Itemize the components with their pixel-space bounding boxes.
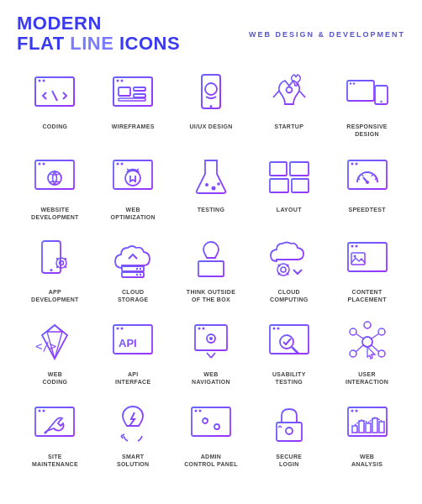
svg-point-169 (350, 350, 356, 357)
icon-label-webcoding: WEBCODING (42, 370, 67, 386)
svg-rect-57 (270, 162, 287, 176)
svg-rect-210 (366, 423, 371, 433)
icon-webanalysis: WEBANALYSIS (329, 392, 405, 471)
svg-point-37 (43, 162, 45, 165)
title-block: MODERN FLAT LINE ICONS (17, 13, 180, 54)
main-title: MODERN FLAT LINE ICONS (17, 13, 180, 54)
svg-rect-128 (351, 253, 365, 265)
svg-rect-13 (119, 87, 130, 96)
svg-point-33 (380, 101, 382, 102)
svg-line-174 (356, 345, 363, 352)
icon-websitedev: WEBSITEDEVELOPMENT (17, 145, 93, 224)
icon-label-layout: LAYOUT (277, 206, 302, 213)
icon-label-speedtest: SPEEDTEST (348, 206, 385, 213)
icon-label-webanalysis: WEBANALYSIS (351, 453, 382, 468)
svg-point-151 (202, 327, 204, 329)
icon-wireframes: WIREFRAMES (95, 62, 171, 141)
svg-point-11 (117, 80, 119, 82)
icon-contentplacement: CONTENTPLACEMENT (329, 228, 405, 307)
svg-point-150 (198, 327, 200, 329)
svg-point-164 (280, 335, 293, 349)
icon-label-websitedev: WEBSITEDEVELOPMENT (31, 206, 79, 221)
icon-appdev: APPDEVELOPMENT (17, 228, 93, 307)
svg-rect-212 (379, 422, 384, 433)
icon-sitemaintenance: SITEMAINTENANCE (17, 392, 93, 471)
svg-point-197 (203, 418, 208, 423)
svg-point-30 (352, 83, 354, 85)
svg-rect-60 (292, 179, 309, 192)
svg-line-183 (45, 431, 47, 433)
icon-thinkbox: THINK OUTSIDEOF THE BOX (173, 228, 250, 307)
svg-rect-16 (119, 98, 145, 101)
icon-smartsolution: SMARTSOLUTION (95, 392, 171, 471)
svg-point-143 (117, 327, 119, 329)
svg-point-192 (198, 410, 201, 412)
svg-point-204 (351, 410, 353, 412)
icon-label-webopt: WEBOPTIMIZATION (111, 206, 156, 221)
svg-point-200 (286, 428, 293, 434)
svg-rect-211 (372, 418, 377, 433)
svg-point-78 (366, 181, 369, 184)
svg-point-48 (125, 171, 140, 186)
svg-point-125 (355, 244, 357, 247)
svg-rect-0 (35, 77, 74, 106)
svg-rect-15 (134, 94, 145, 97)
svg-point-101 (136, 274, 138, 276)
svg-rect-58 (290, 162, 309, 176)
icon-label-cloudstorage: CLOUDSTORAGE (118, 288, 149, 303)
icon-webnav: WEBNAVIGATION (173, 310, 250, 389)
svg-point-205 (355, 410, 357, 412)
svg-point-100 (140, 274, 141, 276)
icon-label-securelogin: SECURELOGIN (276, 453, 302, 468)
svg-point-5 (39, 80, 41, 82)
icon-label-smartsolution: SMARTSOLUTION (117, 453, 150, 468)
icon-responsive: RESPONSIVEDESIGN (329, 62, 405, 141)
svg-point-167 (350, 328, 356, 335)
svg-point-179 (39, 410, 41, 412)
svg-line-4 (52, 91, 57, 101)
icon-speedtest: SPEEDTEST (329, 145, 405, 224)
icon-label-appdev: APPDEVELOPMENT (31, 288, 79, 303)
subtitle: WEB DESIGN & DEVELOPMENT (249, 30, 405, 39)
page: MODERN FLAT LINE ICONS WEB DESIGN & DEVE… (0, 0, 422, 504)
icon-label-testing: TESTING (198, 206, 224, 213)
svg-rect-208 (352, 426, 357, 433)
svg-text:API: API (119, 337, 137, 349)
svg-line-173 (372, 333, 379, 339)
svg-rect-189 (192, 407, 230, 436)
icon-userinteraction: USERINTERACTION (329, 310, 405, 389)
icon-uiux: UI/UX DESIGN (173, 62, 250, 141)
icon-testing: TESTING (173, 145, 250, 224)
icon-coding: CODING (17, 62, 93, 141)
svg-line-75 (372, 175, 372, 176)
svg-point-20 (209, 105, 212, 108)
icon-label-wireframes: WIREFRAMES (112, 123, 155, 130)
svg-point-166 (362, 337, 372, 347)
icon-label-coding: CODING (42, 123, 67, 130)
icon-api: API APIINTERFACE (95, 310, 171, 389)
icon-label-userinteraction: USERINTERACTION (346, 370, 388, 386)
icon-securelogin: SECURELOGIN (251, 392, 327, 471)
svg-line-156 (207, 353, 211, 358)
title-line2: FLAT LINE ICONS (17, 33, 180, 54)
svg-line-50 (136, 169, 139, 171)
svg-point-55 (217, 182, 220, 186)
svg-line-172 (356, 333, 363, 339)
svg-line-73 (362, 175, 363, 176)
svg-point-6 (43, 80, 45, 82)
icon-adminpanel: ADMINCONTROL PANEL (173, 392, 250, 471)
icon-startup: STARTUP (251, 62, 327, 141)
svg-point-124 (351, 244, 353, 247)
svg-point-29 (349, 83, 351, 85)
icons-grid: CODING (17, 62, 405, 471)
svg-point-54 (211, 186, 215, 190)
icon-label-api: APIINTERFACE (115, 370, 150, 386)
svg-point-12 (121, 80, 124, 82)
svg-rect-79 (42, 241, 61, 273)
svg-point-168 (378, 328, 385, 335)
svg-point-45 (121, 162, 124, 165)
svg-point-44 (117, 162, 119, 165)
svg-point-160 (272, 327, 275, 329)
icon-layout: LAYOUT (251, 145, 327, 224)
icon-webopt: WEBOPTIMIZATION (95, 145, 171, 224)
